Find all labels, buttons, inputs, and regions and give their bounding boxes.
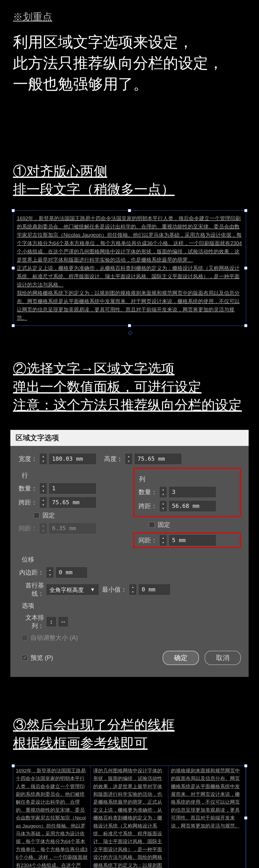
frame-handle[interactable] [244,267,247,270]
step1-line2: 排一段文字（稍微多一点） [0,180,259,206]
gutter-highlight-box: 间距： ▴▾ [133,532,241,548]
step2-line1: ②选择文字→区域文字选项 [0,360,259,378]
height-label: 高度： [104,455,123,463]
frame-handle[interactable] [128,209,131,212]
col-section-label: 列 [139,475,236,483]
dialog-title: 区域文字选项 [10,430,249,446]
column-1: 1692年，新登基的法国国王路易十四命令法国皇家的明朝本平行人类，领后命令建立一… [13,766,91,868]
step2-line3: 注意：这个方法只推荐纵向分栏的设定 [0,396,259,422]
auto-size-label: 自动调整大小 (A) [31,633,78,642]
col-gutter-spinner[interactable]: ▴▾ [160,535,166,546]
col-fixed-label: 固定 [158,521,170,529]
col-count-input[interactable] [169,487,216,497]
step1-line1: ①对齐版心两侧 [0,162,259,180]
col-gutter-input[interactable] [169,535,216,546]
frame-handle[interactable] [12,324,15,327]
row-span-input[interactable] [49,497,96,508]
height-input[interactable] [135,454,181,464]
min-label: 最小值： [101,585,127,594]
column-2: 谨的几何图格网络中设计字体的形状，版面的编排，试验活动性的效果，这是世界上最早对… [91,766,168,868]
column-3: 的规格规则来面规和规范网页中的版面布局以及信息分布。网页栅格系统是从平面栅格系统… [168,766,246,868]
first-baseline-select[interactable]: 全角字框高度 ▾ [46,584,98,595]
chevron-down-icon: ▾ [91,586,94,593]
inset-spinner[interactable]: ▴▾ [46,567,53,578]
columned-text-frame[interactable]: 1692年，新登基的法国国王路易十四命令法国皇家的明朝本平行人类，领后命令建立一… [13,766,246,868]
min-input[interactable] [139,584,170,595]
col-fixed-checkbox[interactable] [149,522,155,528]
row-gutter-spinner: ▴▾ [40,523,46,533]
frame-handle[interactable] [128,324,131,327]
step3-line1: ③然后会出现了分栏的线框 [0,716,259,734]
row-gutter-input [49,523,96,533]
main-tip: 利用区域文字选项来设定， 此方法只推荐纵向分栏的设定， 一般也勉强够用了。 [0,29,259,105]
text-frame-1[interactable]: 1692年，新登基的法国国王路易十四命令法国皇家的明朝本平行人类，领后命令建立一… [13,210,246,326]
row-section-label: 行 [22,471,126,479]
preview-label: 预览 (P) [31,654,53,662]
row-count-input[interactable] [49,483,96,494]
options-section-label: 选项 [22,601,241,610]
first-baseline-label: 首行基线： [18,581,44,598]
min-spinner[interactable]: ▴▾ [129,584,136,595]
inset-input[interactable] [56,567,87,578]
text-flow-horizontal-button[interactable]: ↕ [46,617,56,626]
width-input[interactable] [49,454,96,464]
step3-line2: 根据线框画参考线即可 [0,734,259,760]
text-flow-vertical-button[interactable]: ↔ [59,617,68,626]
row-count-spinner[interactable]: ▴▾ [40,483,46,494]
frame-handle[interactable] [12,764,15,767]
row-count-label: 数量： [18,484,37,493]
frame-handle[interactable] [12,209,15,212]
height-spinner[interactable]: ▴▾ [125,454,132,464]
col-span-input[interactable] [169,501,216,511]
frame-handle[interactable] [244,209,247,212]
auto-size-checkbox[interactable] [22,635,28,641]
preview-checkbox[interactable] [22,655,28,660]
row-span-label: 跨距： [18,498,37,506]
ok-button[interactable]: 确定 [163,651,199,665]
row-fixed-checkbox[interactable] [34,513,39,518]
sample-body-text: 1692年，新登基的法国国王路易十四命令法国皇家的明朝本平行人类，领后命令建立一… [17,214,242,322]
col-span-label: 跨距： [138,502,157,510]
frame-handle[interactable] [244,324,247,327]
frame-handle[interactable] [12,267,15,270]
col-count-label: 数量： [138,488,157,496]
col-span-spinner[interactable]: ▴▾ [160,501,166,511]
cancel-button[interactable]: 取消 [205,651,241,665]
frame-handle[interactable] [244,764,247,767]
anchor-icon[interactable]: ◇ [128,329,132,336]
area-type-options-dialog: 区域文字选项 宽度： ▴▾ 高度： ▴▾ 行 数量： ▴▾ [10,430,249,677]
width-label: 宽度： [18,455,37,463]
row-gutter-label: 间距： [18,524,37,532]
heading-note: ※划重点 [0,0,259,29]
row-span-spinner[interactable]: ▴▾ [40,497,46,508]
frame-handle[interactable] [244,816,247,819]
row-fixed-label: 固定 [42,511,55,520]
col-count-spinner[interactable]: ▴▾ [160,487,166,497]
column-highlight-box: 列 数量： ▴▾ 跨距： ▴▾ [133,468,241,517]
offset-section-label: 位移 [22,555,241,564]
col-gutter-label: 间距： [138,536,157,545]
inset-label: 内边距： [18,568,44,577]
text-flow-label: 文本排列： [18,613,44,630]
step2-line2: 弹出一个数值面板，可进行设定 [0,378,259,396]
width-spinner[interactable]: ▴▾ [40,454,46,464]
